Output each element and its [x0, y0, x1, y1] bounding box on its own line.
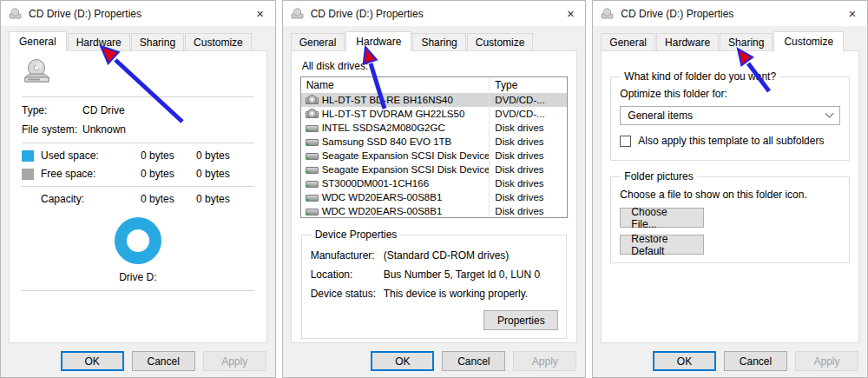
- tab-label: General: [19, 36, 56, 48]
- drive-icon: [306, 192, 318, 202]
- restore-default-button[interactable]: Restore Default: [620, 235, 704, 255]
- column-header-type[interactable]: Type: [490, 79, 567, 91]
- disk-drives-list[interactable]: Name Type HL-DT-ST BD-RE BH16NS40 DVD/CD…: [300, 76, 569, 218]
- cancel-button[interactable]: Cancel: [724, 351, 787, 371]
- tab-label: Customize: [784, 36, 833, 48]
- tab[interactable]: Customize: [467, 33, 534, 50]
- legend-swatch: [22, 150, 34, 162]
- disk-name-cell: Seagate Expansion SCSI Disk Device: [301, 150, 490, 161]
- type-row: Type: CD Drive: [22, 104, 254, 116]
- window-title: CD Drive (D:) Properties: [311, 8, 556, 20]
- apply-template-checkbox[interactable]: [620, 136, 631, 147]
- tab-label: Hardware: [356, 36, 401, 48]
- tab[interactable]: General: [291, 33, 345, 50]
- ok-button[interactable]: OK: [61, 351, 124, 371]
- ok-button[interactable]: OK: [653, 351, 716, 371]
- title-bar: CD Drive (D:) Properties ×: [283, 1, 586, 26]
- disk-type-cell: DVD/CD-...: [490, 95, 567, 105]
- list-header: Name Type: [301, 77, 568, 93]
- disk-list-item[interactable]: INTEL SSDSA2M080G2GC Disk drives: [301, 121, 568, 135]
- apply-button: Apply: [513, 351, 576, 371]
- apply-button: Apply: [795, 351, 858, 371]
- apply-button: Apply: [203, 351, 266, 371]
- filesystem-row: File system: Unknown: [22, 123, 254, 136]
- legend-swatch: [22, 169, 34, 180]
- disk-name: Seagate Expansion SCSI Disk Device: [322, 164, 490, 175]
- cancel-button[interactable]: Cancel: [132, 351, 195, 371]
- tab[interactable]: General: [9, 31, 67, 51]
- cd-drive-large-icon: [22, 58, 55, 86]
- choose-file-button[interactable]: Choose File...: [620, 208, 704, 228]
- space-bytes: 0 bytes: [114, 149, 174, 162]
- disk-name-cell: WDC WD20EARS-00S8B1: [301, 206, 490, 216]
- type-value: CD Drive: [82, 104, 125, 116]
- tab-label: General: [299, 36, 337, 49]
- close-icon[interactable]: ×: [251, 4, 270, 23]
- space-label: Used space:: [41, 149, 114, 162]
- property-label: Location:: [311, 269, 384, 281]
- dialog-button-row: OK Cancel Apply: [1, 343, 275, 377]
- disk-list-item[interactable]: Seagate Expansion SCSI Disk Device Disk …: [301, 149, 568, 162]
- space-row: Free space: 0 bytes 0 bytes: [22, 168, 254, 180]
- dropdown-selected-value: General items: [628, 109, 693, 122]
- column-header-name[interactable]: Name: [301, 79, 490, 91]
- tab[interactable]: Customize: [185, 33, 252, 50]
- tab-label: Customize: [476, 36, 525, 49]
- cancel-button[interactable]: Cancel: [442, 351, 505, 371]
- tab[interactable]: General: [601, 33, 655, 50]
- folder-pictures-group: Folder pictures Choose a file to show on…: [610, 170, 850, 263]
- disk-list-item[interactable]: Samsung SSD 840 EVO 1TB Disk drives: [301, 135, 568, 149]
- apply-template-row[interactable]: Also apply this template to all subfolde…: [620, 135, 840, 147]
- tab[interactable]: Sharing: [412, 33, 465, 50]
- disk-name: HL-DT-ST BD-RE BH16NS40: [322, 95, 453, 105]
- disk-name: WDC WD20EARS-00S8B1: [322, 192, 443, 202]
- properties-button[interactable]: Properties: [483, 310, 558, 330]
- tab[interactable]: Sharing: [720, 33, 773, 50]
- filesystem-label: File system:: [22, 123, 82, 136]
- tab[interactable]: Sharing: [131, 33, 184, 50]
- ok-button[interactable]: OK: [371, 351, 434, 371]
- customize-tab-page: What kind of folder do you want? Optimiz…: [601, 50, 859, 343]
- space-size: 0 bytes: [174, 168, 230, 180]
- dialog-button-row: OK Cancel Apply: [283, 343, 586, 377]
- filesystem-value: Unknown: [82, 123, 126, 136]
- disk-name-cell: HL-DT-ST DVDRAM GH22LS50: [301, 109, 490, 119]
- tab[interactable]: Hardware: [68, 33, 130, 50]
- disk-list-item[interactable]: Seagate Expansion SCSI Disk Device Disk …: [301, 162, 568, 176]
- disk-name: Seagate Expansion SCSI Disk Device: [322, 150, 490, 161]
- space-size: 0 bytes: [174, 149, 230, 162]
- disk-name-cell: HL-DT-ST BD-RE BH16NS40: [301, 95, 490, 105]
- space-bytes: 0 bytes: [114, 168, 174, 180]
- disk-list-item[interactable]: WDC WD20EARS-00S8B1 Disk drives: [301, 190, 568, 204]
- close-icon[interactable]: ×: [843, 4, 862, 23]
- tab[interactable]: Hardware: [656, 33, 719, 50]
- disk-name: HL-DT-ST DVDRAM GH22LS50: [322, 109, 465, 119]
- tab-label: Hardware: [665, 36, 710, 49]
- disk-name-cell: WDC WD20EARS-00S8B1: [301, 192, 490, 202]
- disk-name-cell: ST3000DM001-1CH166: [301, 178, 490, 189]
- disk-type-cell: Disk drives: [490, 123, 567, 133]
- properties-dialog-customize: CD Drive (D:) Properties × GeneralHardwa…: [592, 0, 868, 378]
- close-icon[interactable]: ×: [561, 4, 580, 23]
- device-property-row: Device status: This device is working pr…: [311, 288, 558, 300]
- optimize-label: Optimize this folder for:: [620, 88, 840, 100]
- disk-list-item[interactable]: HL-DT-ST BD-RE BH16NS40 DVD/CD-...: [301, 93, 568, 107]
- divider: [22, 96, 254, 97]
- general-tab-page: Type: CD Drive File system: Unknown Used…: [9, 50, 267, 343]
- disk-list-item[interactable]: WDC WD20EARS-00S8B1 Disk drives: [301, 204, 568, 218]
- optimize-dropdown[interactable]: General items: [620, 106, 840, 125]
- tab-label: Hardware: [76, 36, 122, 49]
- disk-list-item[interactable]: HL-DT-ST DVDRAM GH22LS50 DVD/CD-...: [301, 107, 568, 121]
- disk-name: Samsung SSD 840 EVO 1TB: [322, 136, 452, 147]
- window-title: CD Drive (D:) Properties: [621, 8, 837, 20]
- tab[interactable]: Hardware: [345, 31, 411, 51]
- tab-strip: GeneralHardwareSharingCustomize: [283, 30, 586, 50]
- device-property-row: Manufacturer: (Standard CD-ROM drives): [311, 249, 558, 262]
- capacity-size: 0 bytes: [174, 193, 230, 205]
- cd-drive-icon: [9, 8, 23, 19]
- dialog-button-row: OK Cancel Apply: [593, 343, 867, 377]
- title-bar: CD Drive (D:) Properties ×: [1, 1, 275, 26]
- tab[interactable]: Customize: [773, 31, 844, 51]
- disk-list-item[interactable]: ST3000DM001-1CH166 Disk drives: [301, 176, 568, 190]
- drive-icon: [306, 150, 318, 161]
